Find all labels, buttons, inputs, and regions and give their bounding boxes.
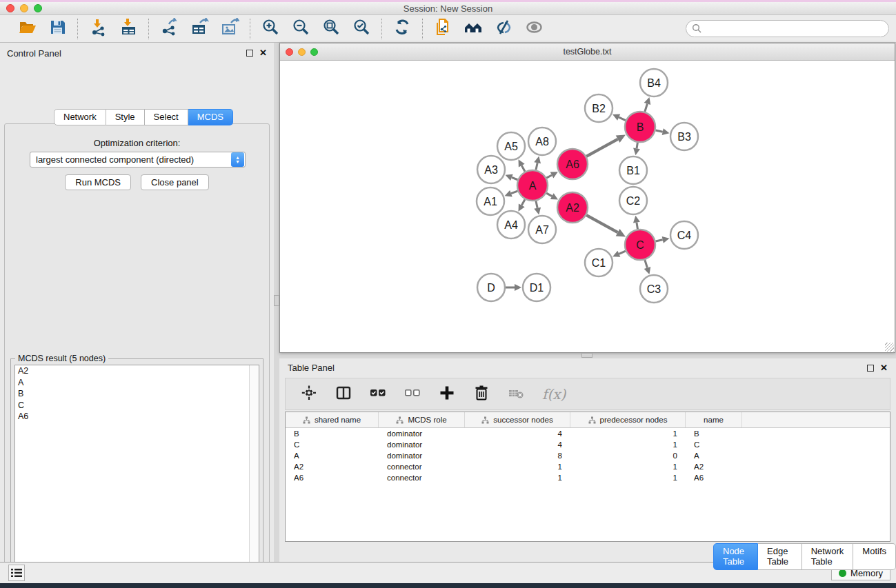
cell-mcds-role[interactable]: connector <box>379 474 465 482</box>
splitter-handle-horizontal[interactable] <box>581 353 593 358</box>
cell-successor-nodes[interactable]: 1 <box>465 463 570 471</box>
cell-name[interactable]: A2 <box>686 463 742 471</box>
mcds-result-item[interactable]: A <box>15 377 249 389</box>
clone-network-button[interactable] <box>431 18 455 40</box>
column-header-MCDS-role[interactable]: MCDS role <box>379 412 465 427</box>
edge-B-B2[interactable] <box>619 117 626 120</box>
eye-button[interactable] <box>522 18 546 40</box>
tab-motifs[interactable]: Motifs <box>853 543 896 570</box>
zoom-fit-button[interactable] <box>319 18 343 40</box>
close-table-panel-icon[interactable]: ✕ <box>880 365 888 372</box>
delete-button[interactable] <box>473 385 490 404</box>
edge-A-A8[interactable] <box>536 163 537 170</box>
cell-name[interactable]: B <box>686 429 742 438</box>
mcds-list-scrollbar[interactable] <box>249 365 259 587</box>
cell-successor-nodes[interactable]: 4 <box>465 440 570 449</box>
tab-style[interactable]: Style <box>106 109 145 125</box>
export-image-button[interactable] <box>218 18 241 40</box>
cell-predecessor-nodes[interactable]: 1 <box>570 474 686 482</box>
cell-successor-nodes[interactable]: 4 <box>465 429 570 438</box>
close-panel-icon[interactable]: ✕ <box>259 50 267 57</box>
cell-shared-name[interactable]: A6 <box>286 474 379 482</box>
save-session-button[interactable] <box>46 18 69 40</box>
cell-predecessor-nodes[interactable]: 0 <box>570 452 686 460</box>
edge-B-B4[interactable] <box>645 104 648 112</box>
float-table-panel-icon[interactable] <box>867 365 874 372</box>
network-window-titlebar[interactable]: testGlobe.txt <box>280 43 895 61</box>
gear-button[interactable] <box>301 385 317 404</box>
table-row[interactable]: Cdominator41C <box>286 439 890 450</box>
cell-name[interactable]: A6 <box>686 474 742 482</box>
edge-C-C4[interactable] <box>655 240 662 241</box>
zoom-out-button[interactable] <box>289 18 312 40</box>
cell-shared-name[interactable]: C <box>286 440 379 449</box>
cell-shared-name[interactable]: B <box>286 429 379 438</box>
cell-name[interactable]: A <box>686 452 742 460</box>
edge-C-C3[interactable] <box>645 260 648 268</box>
node-table[interactable]: shared nameMCDS rolesuccessor nodesprede… <box>285 412 890 542</box>
edge-A2-C[interactable] <box>586 215 617 232</box>
search-input[interactable] <box>686 20 889 37</box>
edge-A-A3[interactable] <box>512 177 518 179</box>
cell-mcds-role[interactable]: dominator <box>379 429 465 438</box>
edge-A-A1[interactable] <box>511 191 518 194</box>
refresh-button[interactable] <box>390 18 414 40</box>
cell-successor-nodes[interactable]: 1 <box>465 474 570 482</box>
mcds-result-list[interactable]: A2ABCA6 <box>14 365 259 587</box>
mcds-result-item[interactable]: A6 <box>15 411 249 423</box>
zoom-selected-button[interactable] <box>350 18 373 40</box>
tab-node-table[interactable]: Node Table <box>713 543 758 570</box>
edge-A-A4[interactable] <box>521 199 525 205</box>
cell-mcds-role[interactable]: dominator <box>379 452 465 460</box>
edge-B-B3[interactable] <box>655 130 662 132</box>
tab-network[interactable]: Network <box>54 109 106 125</box>
mcds-result-item[interactable]: C <box>15 400 249 412</box>
mcds-result-item[interactable]: B <box>15 388 249 400</box>
edge-A-A7[interactable] <box>536 201 537 207</box>
edge-C-C1[interactable] <box>619 251 626 254</box>
cell-successor-nodes[interactable]: 8 <box>465 452 570 460</box>
cell-shared-name[interactable]: A2 <box>286 463 379 471</box>
table-row[interactable]: A6connector11A6 <box>286 472 890 483</box>
table-row[interactable]: Bdominator41B <box>286 428 890 439</box>
add-button[interactable] <box>439 385 455 404</box>
splitter-handle-vertical[interactable] <box>274 295 279 306</box>
task-history-button[interactable] <box>8 565 25 581</box>
import-network-button[interactable] <box>86 18 110 40</box>
edge-A-A5[interactable] <box>521 165 525 172</box>
column-header-name[interactable]: name <box>686 412 742 427</box>
cell-name[interactable]: C <box>686 440 742 449</box>
edge-A6-B[interactable] <box>586 139 617 156</box>
tab-select[interactable]: Select <box>145 109 188 125</box>
mcds-result-item[interactable]: A2 <box>15 365 249 377</box>
tab-network-table[interactable]: Network Table <box>802 543 854 570</box>
select-all-button[interactable] <box>370 385 386 404</box>
run-mcds-button[interactable]: Run MCDS <box>65 174 131 190</box>
edge-A-A2[interactable] <box>546 193 552 196</box>
cell-mcds-role[interactable]: dominator <box>379 440 465 449</box>
column-header-predecessor-nodes[interactable]: predecessor nodes <box>570 412 686 427</box>
cell-predecessor-nodes[interactable]: 1 <box>570 429 686 438</box>
split-view-button[interactable] <box>335 385 352 404</box>
import-table-button[interactable] <box>117 18 140 40</box>
delete-table-button[interactable] <box>508 385 524 404</box>
float-panel-icon[interactable] <box>246 50 253 57</box>
cell-shared-name[interactable]: A <box>286 452 379 460</box>
edge-B-B1[interactable] <box>637 143 637 149</box>
column-header-successor-nodes[interactable]: successor nodes <box>465 412 570 427</box>
column-header-shared-name[interactable]: shared name <box>286 412 379 427</box>
network-graph-canvas[interactable]: B4B2BB3A8A5A6A3B1AC2A1A2A4A7C4CC1C3DD1 <box>280 61 895 352</box>
table-row[interactable]: A2connector11A2 <box>286 461 890 472</box>
table-row[interactable]: Adominator80A <box>286 450 890 461</box>
tab-mcds[interactable]: MCDS <box>188 109 233 125</box>
close-panel-button[interactable]: Close panel <box>141 174 209 190</box>
export-table-button[interactable] <box>188 18 211 40</box>
zoom-in-button[interactable] <box>259 18 282 40</box>
cell-predecessor-nodes[interactable]: 1 <box>570 463 686 471</box>
tab-edge-table[interactable]: Edge Table <box>758 543 802 570</box>
home-button[interactable] <box>461 18 485 40</box>
cell-mcds-role[interactable]: connector <box>379 463 465 471</box>
cell-predecessor-nodes[interactable]: 1 <box>570 440 686 449</box>
window-resize-grip[interactable] <box>885 343 894 352</box>
deselect-all-button[interactable] <box>404 385 421 404</box>
